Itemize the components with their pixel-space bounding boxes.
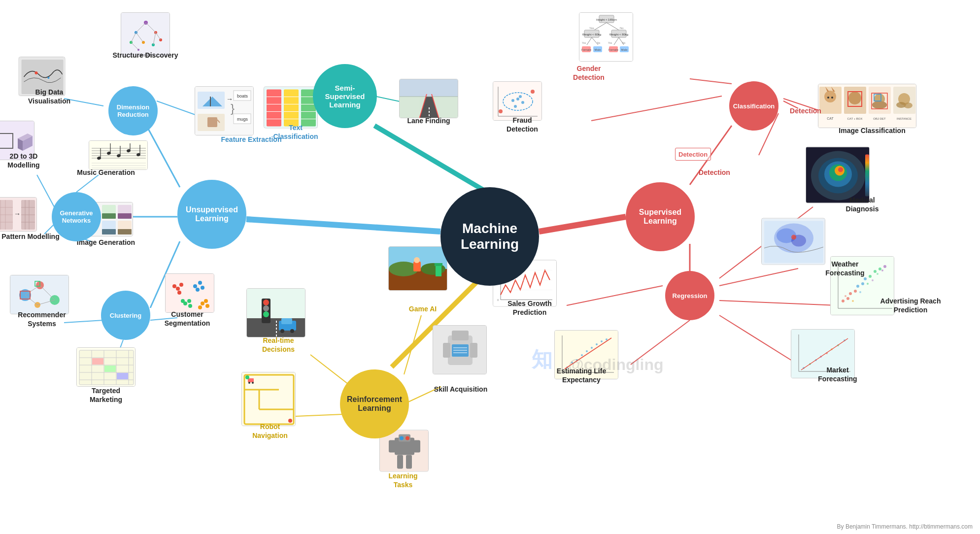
- svg-rect-161: [104, 366, 116, 372]
- svg-point-271: [842, 300, 845, 302]
- svg-point-226: [824, 91, 836, 102]
- svg-point-229: [827, 97, 829, 99]
- svg-rect-99: [102, 213, 116, 219]
- detection-label-2: Detection: [790, 106, 821, 115]
- credit-text: By Benjamin Timmermans. http://btimmerma…: [837, 523, 973, 530]
- robot-navigation-thumb: [241, 372, 296, 426]
- svg-rect-162: [117, 373, 128, 379]
- svg-point-192: [521, 101, 524, 104]
- svg-point-297: [591, 347, 593, 349]
- reinforcement-learning-node[interactable]: ReinforcementLearning: [340, 369, 409, 438]
- svg-point-196: [499, 109, 503, 113]
- weather-forecasting-label: WeatherForecasting: [825, 260, 864, 277]
- semi-supervised-node[interactable]: Semi-SupervisedLearning: [313, 64, 377, 128]
- supervised-learning-node[interactable]: SupervisedLearning: [626, 182, 695, 251]
- supervised-label: SupervisedLearning: [639, 208, 681, 226]
- svg-rect-186: [493, 82, 542, 121]
- svg-point-296: [586, 350, 588, 352]
- svg-text:}: }: [231, 101, 235, 115]
- svg-text:OBJ DET: OBJ DET: [873, 117, 886, 120]
- medical-diagnosis-label: MedicalDiagnosis: [846, 196, 879, 213]
- svg-rect-346: [248, 378, 254, 382]
- machine-learning-label: Machine Learning: [440, 221, 539, 252]
- svg-rect-338: [413, 440, 420, 453]
- svg-line-0: [246, 219, 440, 232]
- svg-point-193: [514, 105, 517, 108]
- svg-point-356: [263, 305, 269, 311]
- svg-text:No: No: [597, 41, 601, 44]
- svg-text:boats: boats: [237, 94, 248, 99]
- 2d-to-3d-label: 2D to 3DModelling: [7, 152, 39, 169]
- game-ai-label: Game AI: [409, 304, 437, 313]
- svg-line-29: [404, 315, 421, 374]
- svg-point-274: [854, 290, 857, 293]
- svg-point-149: [205, 304, 209, 308]
- svg-point-348: [252, 382, 254, 384]
- svg-point-279: [874, 270, 877, 273]
- dimension-reduction-node[interactable]: DimensionReduction: [108, 86, 158, 135]
- classification-node[interactable]: Classification: [729, 81, 778, 131]
- svg-rect-164: [267, 90, 281, 127]
- customer-seg-label: CustomerSegmentation: [165, 310, 210, 328]
- svg-point-144: [181, 299, 185, 303]
- svg-point-137: [177, 291, 181, 295]
- svg-rect-60: [210, 97, 211, 106]
- lane-finding-thumb: [399, 79, 458, 118]
- zhihu-logo: 知: [532, 346, 552, 373]
- svg-rect-322: [435, 263, 442, 266]
- svg-point-195: [531, 90, 535, 94]
- svg-text:No: No: [620, 27, 624, 30]
- main-canvas: Machine Learning UnsupervisedLearning Su…: [0, 0, 980, 534]
- robot-navigation-label: RobotNavigation: [252, 422, 288, 440]
- svg-line-15: [64, 320, 103, 323]
- svg-line-11: [76, 175, 99, 192]
- svg-line-13: [37, 175, 54, 207]
- svg-point-135: [179, 283, 183, 287]
- image-classification-thumb: CAT CAT + BOX OBJ DET INSTANCE: [818, 84, 916, 128]
- object-detection-label-1: Detection: [678, 151, 708, 158]
- svg-text:CAT: CAT: [827, 117, 834, 120]
- svg-rect-339: [397, 455, 403, 469]
- svg-rect-337: [389, 440, 396, 453]
- realtime-decisions-thumb: [246, 288, 305, 337]
- text-classification-label: TextClassification: [273, 123, 318, 141]
- svg-point-336: [406, 436, 409, 440]
- svg-line-28: [719, 315, 798, 365]
- svg-point-288: [881, 269, 883, 271]
- svg-point-147: [204, 299, 208, 303]
- music-generation-label: Music Generation: [77, 168, 135, 177]
- svg-text:Yes: Yes: [589, 27, 594, 30]
- svg-point-140: [196, 288, 200, 292]
- svg-point-238: [872, 101, 887, 109]
- machine-learning-node[interactable]: Machine Learning: [440, 187, 539, 286]
- customer-seg-thumb: [165, 273, 214, 313]
- sales-growth-label: Sales GrowthPrediction: [507, 299, 551, 317]
- svg-text:Female: Female: [581, 48, 592, 51]
- gender-detection-label: GenderDetection: [573, 64, 605, 82]
- svg-point-357: [263, 311, 269, 317]
- svg-rect-36: [121, 13, 170, 57]
- structure-discovery-label: Structure Discovery: [112, 51, 178, 60]
- svg-line-2: [374, 126, 483, 190]
- svg-rect-100: [118, 213, 132, 219]
- svg-text:Weight < 60kg: Weight < 60kg: [582, 33, 601, 36]
- svg-text:CAT + BOX: CAT + BOX: [847, 117, 863, 120]
- svg-text:Height < 165cm: Height < 165cm: [596, 18, 617, 21]
- svg-text:Yes: Yes: [608, 41, 612, 44]
- recommender-label: RecommenderSystems: [18, 310, 66, 328]
- semi-supervised-label: Semi-SupervisedLearning: [325, 84, 365, 109]
- regression-node[interactable]: Regression: [665, 271, 714, 320]
- gender-detection-thumb: Height < 165cm Yes No Weight < 60kg Weig…: [579, 12, 633, 62]
- unsupervised-learning-node[interactable]: UnsupervisedLearning: [177, 180, 246, 249]
- svg-point-55: [35, 71, 38, 74]
- skill-acquisition-label: Skill Acquisition: [434, 385, 487, 394]
- generative-networks-node[interactable]: GenerativeNetworks: [52, 192, 101, 241]
- targeted-marketing-label: TargetedMarketing: [90, 386, 122, 404]
- svg-point-277: [864, 277, 867, 280]
- svg-point-287: [877, 273, 879, 275]
- svg-point-350: [288, 419, 292, 423]
- music-generation-thumb: [89, 140, 148, 170]
- clustering-node[interactable]: Clustering: [101, 291, 150, 340]
- svg-point-56: [48, 77, 50, 79]
- big-data-label: Big DataVisualisation: [28, 88, 70, 105]
